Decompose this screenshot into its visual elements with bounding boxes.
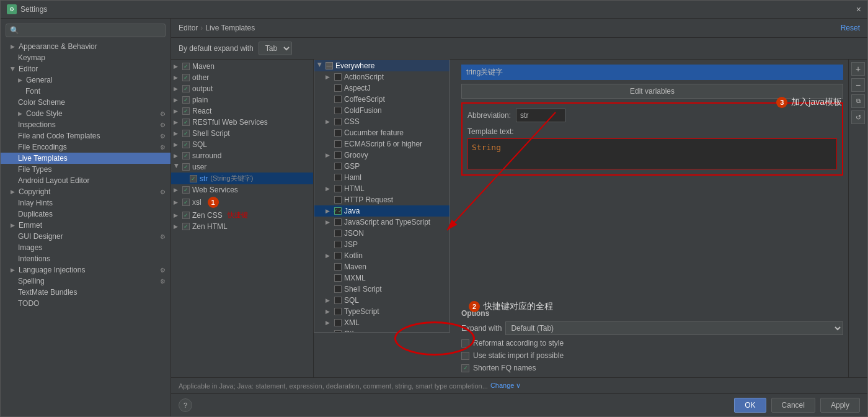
context-item[interactable]: Cucumber feature [314,127,450,138]
checkbox[interactable]: ✓ [182,223,190,230]
context-item[interactable]: Shell Script [314,284,450,295]
checkbox[interactable]: ✓ [182,130,190,137]
cancel-button[interactable]: Cancel [771,398,815,413]
checkbox[interactable] [334,308,342,315]
sidebar-item-font[interactable]: Font [1,86,170,97]
checkbox[interactable]: ✓ [182,119,190,126]
checkbox[interactable] [334,330,342,333]
checkbox[interactable] [334,230,342,237]
sidebar-item-android-layout[interactable]: Android Layout Editor [1,175,170,186]
checkbox[interactable] [334,118,342,125]
checkbox[interactable] [334,96,342,103]
list-item[interactable]: ▶ ✓ React [171,105,313,117]
checkbox[interactable] [334,151,342,159]
context-item[interactable]: ECMAScript 6 or higher [314,138,450,150]
checkbox[interactable]: ✓ [182,186,190,194]
checkbox[interactable] [334,218,342,226]
sidebar-item-textmate[interactable]: TextMate Bundles [1,287,170,298]
checkbox[interactable] [334,163,342,170]
context-item[interactable]: MXML [314,272,450,284]
context-item[interactable]: AspectJ [314,83,450,94]
sidebar-item-general[interactable]: ▶ General [1,74,170,86]
sidebar-item-file-types[interactable]: File Types [1,164,170,175]
list-item-zencss[interactable]: ▶ ✓ Zen CSS 快捷键 [171,209,313,221]
change-link[interactable]: Change ∨ [490,382,521,390]
checkbox[interactable] [334,297,342,304]
list-item[interactable]: ▶ ✓ output [171,83,313,94]
checkbox[interactable] [334,252,342,259]
context-item[interactable]: JSON [314,228,450,239]
reformat-checkbox[interactable] [461,339,469,348]
sidebar-item-keymap[interactable]: Keymap [1,52,170,63]
close-button[interactable]: × [856,4,861,14]
checkbox[interactable]: ✓ [182,74,190,81]
checkbox[interactable]: ✓ [182,152,190,159]
add-button[interactable]: + [851,62,865,76]
ok-button[interactable]: OK [734,398,766,413]
checkbox[interactable]: ✓ [334,207,342,215]
checkbox[interactable] [334,196,342,204]
sidebar-item-file-code-templates[interactable]: File and Code Templates ⚙ [1,130,170,141]
sidebar-item-editor[interactable]: ▶ Editor [1,63,170,74]
checkbox[interactable] [334,107,342,114]
sidebar-item-images[interactable]: Images [1,242,170,253]
template-text-area[interactable]: String [467,138,837,169]
context-item[interactable]: Haml [314,172,450,183]
checkbox[interactable]: ✓ [182,141,190,148]
expand-with-select[interactable]: Default (Tab) [505,321,843,335]
checkbox[interactable] [334,84,342,92]
static-import-checkbox[interactable] [461,352,469,360]
sidebar-item-inlay-hints[interactable]: Inlay Hints [1,197,170,208]
reformat-checkbox-row[interactable]: Reformat according to style [461,339,843,348]
context-item[interactable]: ▶ Groovy [314,150,450,161]
context-item-everywhere[interactable]: ▶ — Everywhere [314,60,450,71]
list-item[interactable]: ▶ ✓ RESTful Web Services [171,117,313,128]
remove-button[interactable]: − [851,78,865,92]
list-item[interactable]: ▶ ✓ SQL [171,139,313,150]
apply-button[interactable]: Apply [820,398,860,413]
context-item[interactable]: ▶ CSS [314,116,450,127]
context-item[interactable]: ▶ HTML [314,183,450,194]
context-item[interactable]: ▶ XML [314,317,450,328]
sidebar-item-lang-injections[interactable]: ▶ Language Injections ⚙ [1,264,170,276]
sidebar-item-spelling[interactable]: Spelling ⚙ [1,276,170,287]
checkbox[interactable]: ✓ [182,163,190,171]
list-item[interactable]: ▶ ✓ other [171,72,313,83]
checkbox[interactable]: ✓ [182,63,190,70]
context-item[interactable]: ▶ Kotlin [314,250,450,261]
checkbox[interactable] [334,241,342,248]
checkbox[interactable]: ✓ [182,107,190,115]
checkbox[interactable]: ✓ [190,175,197,182]
sidebar-item-colorscheme[interactable]: Color Scheme [1,97,170,108]
checkbox[interactable] [334,285,342,293]
context-item[interactable]: ▶ SQL [314,295,450,306]
sidebar-item-emmet[interactable]: ▶ Emmet [1,220,170,231]
expand-select[interactable]: Tab [259,42,292,55]
list-item-str[interactable]: ✓ str (String关键字) [171,173,313,184]
context-item[interactable]: Maven [314,261,450,272]
context-item[interactable]: JSP [314,239,450,250]
list-item[interactable]: ▶ ✓ surround [171,150,313,161]
static-import-checkbox-row[interactable]: Use static import if possible [461,351,843,360]
context-item[interactable]: ▶ ActionScript [314,71,450,83]
sidebar-item-file-encodings[interactable]: File Encodings ⚙ [1,141,170,153]
context-item[interactable]: CoffeeScript [314,94,450,105]
help-button[interactable]: ? [179,398,192,412]
sidebar-item-codestyle[interactable]: ▶ Code Style ⚙ [1,108,170,119]
context-item[interactable]: HTTP Request [314,194,450,205]
abbreviation-input[interactable] [516,109,565,122]
checkbox[interactable] [334,129,342,137]
search-input[interactable] [6,24,166,37]
list-item[interactable]: ▶ ✓ Shell Script [171,128,313,139]
checkbox[interactable] [334,263,342,271]
context-item-java[interactable]: ▶ ✓ Java [314,205,450,217]
checkbox[interactable]: ✓ [182,199,190,206]
context-item[interactable]: ColdFusion [314,105,450,116]
checkbox[interactable] [334,185,342,192]
sidebar-item-gui-designer[interactable]: GUI Designer ⚙ [1,231,170,242]
list-item[interactable]: ▶ ✓ user [171,161,313,173]
sidebar-item-intentions[interactable]: Intentions [1,253,170,264]
reset-link[interactable]: Reset [841,24,860,32]
checkbox[interactable] [334,174,342,181]
list-item-xsl[interactable]: ▶ ✓ xsl 1 [171,195,313,209]
